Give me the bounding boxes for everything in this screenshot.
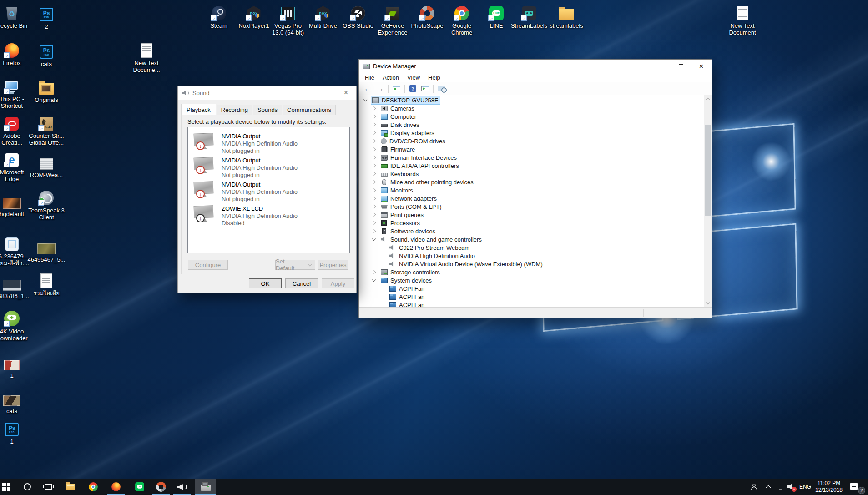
desktop-icon-1[interactable]: 1 [0, 353, 32, 379]
expand-chevron-icon[interactable] [372, 188, 376, 192]
taskbar-line-button[interactable]: LINE [129, 479, 150, 495]
taskbar-firefox-button[interactable] [106, 479, 126, 495]
desktop-icon-new-text-docume[interactable]: New TextDocume... [126, 40, 167, 73]
toolbar-forward-button[interactable]: → [374, 83, 386, 94]
tree-item-keyboards[interactable]: Keyboards [359, 170, 712, 178]
desktop-icon-1[interactable]: PsPSD1 [0, 419, 32, 445]
tree-item-desktop-gvu258f[interactable]: DESKTOP-GVU258F [359, 96, 712, 104]
playback-device-list[interactable]: ↓NVIDIA OutputNVIDIA High Definition Aud… [187, 127, 350, 253]
apply-button[interactable]: Apply [322, 278, 354, 288]
collapse-chevron-icon[interactable] [372, 237, 376, 240]
expand-chevron-icon[interactable] [372, 205, 376, 208]
device-manager-titlebar[interactable]: Device Manager × [359, 60, 712, 73]
expand-chevron-icon[interactable] [372, 156, 376, 159]
tree-item-computer[interactable]: Computer [359, 112, 712, 121]
tray-volume-button[interactable]: × [785, 479, 797, 495]
taskbar-chrome-button[interactable] [83, 479, 104, 495]
tree-item-cameras[interactable]: Cameras [359, 104, 712, 112]
desktop[interactable]: ♻Recycle BinPsPSD2→FirefoxPsPSDcats→This… [0, 0, 868, 495]
playback-device-nvidia-output[interactable]: ↓NVIDIA OutputNVIDIA High Definition Aud… [192, 157, 345, 179]
taskbar-cortana-button[interactable] [17, 479, 38, 495]
desktop-icon-teamspeak-3-client[interactable]: →TeamSpeak 3Client [26, 187, 67, 221]
tree-item-firmware[interactable]: Firmware [359, 145, 712, 153]
tray-clock[interactable]: 11:02 PM 12/13/2018 [813, 479, 844, 495]
tab-recording[interactable]: Recording [217, 105, 252, 115]
tab-playback[interactable]: Playback [181, 104, 216, 115]
menu-action[interactable]: Action [378, 74, 403, 81]
collapse-chevron-icon[interactable] [372, 278, 376, 281]
tree-scrollbar[interactable] [704, 95, 712, 307]
menu-file[interactable]: File [361, 74, 378, 81]
toolbar-console-tree-button[interactable] [390, 83, 403, 94]
maximize-button[interactable] [671, 60, 691, 73]
scroll-down-arrow-icon[interactable] [704, 299, 712, 307]
expand-chevron-icon[interactable] [372, 164, 376, 167]
desktop-icon-4k-video-downloader[interactable]: →4K VideoDownloader [0, 308, 32, 342]
tree-item-network-adapters[interactable]: Network adapters [359, 194, 712, 202]
tree-item-nvidia-high-definition-audio[interactable]: NVIDIA High Definition Audio [359, 252, 712, 260]
expand-chevron-icon[interactable] [372, 229, 376, 233]
tree-item-sound-video-and-game-controllers[interactable]: Sound, video and game controllers [359, 235, 712, 243]
close-button[interactable]: × [336, 86, 356, 100]
tree-item-storage-controllers[interactable]: Storage controllers [359, 268, 712, 276]
desktop-icon-new-text-document[interactable]: New TextDocument [722, 3, 763, 36]
desktop-icon-2[interactable]: PsPSD2 [26, 4, 67, 30]
ok-button[interactable]: OK [249, 278, 282, 288]
desktop-icon-streamlabels[interactable]: →StreamLabels [509, 3, 550, 29]
expand-chevron-icon[interactable] [372, 106, 376, 110]
expand-chevron-icon[interactable] [372, 270, 376, 274]
tray-show-hidden-icons[interactable] [763, 479, 773, 495]
toolbar-action-pane-button[interactable] [419, 83, 431, 94]
expand-chevron-icon[interactable] [372, 139, 376, 143]
taskbar-file-explorer-button[interactable] [60, 479, 81, 495]
expand-chevron-icon[interactable] [372, 213, 376, 217]
desktop-icon-cats[interactable]: cats [0, 388, 32, 414]
cancel-button[interactable]: Cancel [285, 278, 318, 288]
tree-item-ports-com-lpt[interactable]: Ports (COM & LPT) [359, 202, 712, 211]
desktop-icon-rom-wea[interactable]: ROM-Wea... [26, 152, 67, 178]
tree-item-c922-pro-stream-webcam[interactable]: C922 Pro Stream Webcam [359, 243, 712, 252]
properties-button[interactable]: Properties [318, 260, 348, 270]
tree-item-nvidia-virtual-audio-device-wave-extensible-wdm[interactable]: NVIDIA Virtual Audio Device (Wave Extens… [359, 260, 712, 268]
tree-item-acpi-fan[interactable]: ACPI Fan [359, 284, 712, 293]
playback-device-nvidia-output[interactable]: ↓NVIDIA OutputNVIDIA High Definition Aud… [192, 133, 345, 155]
playback-device-zowie-xl-lcd[interactable]: ↓ZOWIE XL LCDNVIDIA High Definition Audi… [192, 205, 345, 227]
tree-item-system-devices[interactable]: System devices [359, 276, 712, 284]
minimize-button[interactable] [650, 60, 671, 73]
desktop-icon-counter-str-global-offe[interactable]: GO→Counter-Str...Global Offe... [26, 113, 67, 146]
playback-device-nvidia-output[interactable]: ↓NVIDIA OutputNVIDIA High Definition Aud… [192, 181, 345, 203]
set-default-dropdown[interactable] [304, 260, 315, 269]
taskbar-sound-window-button[interactable] [172, 479, 192, 495]
expand-chevron-icon[interactable] [372, 172, 376, 176]
toolbar-back-button[interactable]: ← [362, 83, 374, 94]
tree-item-dvd-cd-rom-drives[interactable]: DVD/CD-ROM drives [359, 137, 712, 145]
expand-chevron-icon[interactable] [372, 115, 376, 118]
desktop-icon-item[interactable]: รวมไอเดีย [26, 270, 67, 297]
action-center-button[interactable]: 2 [845, 479, 863, 495]
tree-item-acpi-fan[interactable]: ACPI Fan [359, 293, 712, 301]
tree-item-mice-and-other-pointing-devices[interactable]: Mice and other pointing devices [359, 178, 712, 186]
menu-help[interactable]: Help [424, 74, 444, 81]
desktop-icon-streamlabels[interactable]: streamlabels [546, 3, 587, 29]
taskbar-device-manager-button[interactable] [195, 479, 216, 495]
toolbar-scan-hardware-button[interactable] [435, 83, 448, 94]
collapse-chevron-icon[interactable] [363, 97, 367, 101]
expand-chevron-icon[interactable] [372, 197, 376, 200]
tray-network-button[interactable] [774, 479, 785, 495]
tree-item-monitors[interactable]: Monitors [359, 186, 712, 194]
tree-item-human-interface-devices[interactable]: Human Interface Devices [359, 153, 712, 162]
tree-item-software-devices[interactable]: Software devices [359, 227, 712, 235]
tree-item-ide-ata-atapi-controllers[interactable]: IDE ATA/ATAPI controllers [359, 162, 712, 170]
taskbar-task-view-button[interactable] [38, 479, 59, 495]
tab-sounds[interactable]: Sounds [253, 105, 282, 115]
tree-item-processors[interactable]: Processors [359, 219, 712, 227]
scroll-up-arrow-icon[interactable] [704, 95, 712, 103]
tree-item-acpi-fan[interactable]: ACPI Fan [359, 301, 712, 307]
set-default-button[interactable]: Set Default [275, 260, 315, 270]
tray-language-button[interactable]: ENG [798, 479, 812, 495]
desktop-icon-46495467-5[interactable]: 46495467_5... [26, 237, 67, 263]
expand-chevron-icon[interactable] [372, 123, 376, 126]
tray-people-button[interactable] [748, 479, 760, 495]
desktop-icon-originals[interactable]: Originals [26, 77, 67, 103]
taskbar-start-button[interactable] [0, 479, 17, 495]
